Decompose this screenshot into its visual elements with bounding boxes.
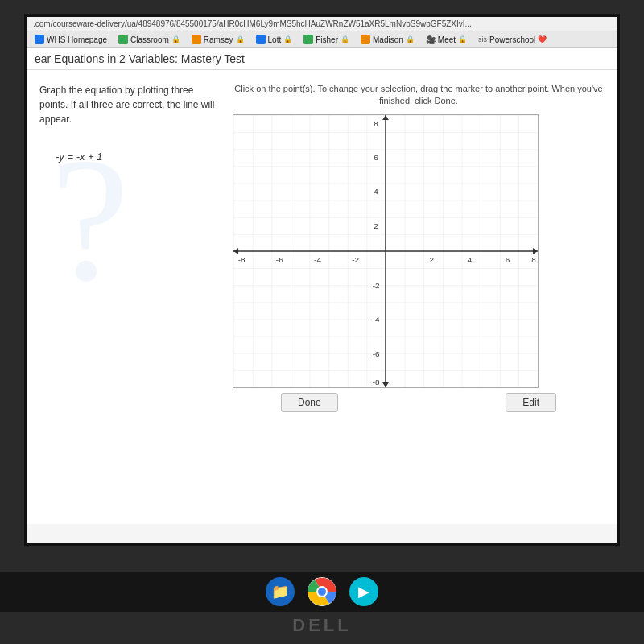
taskbar-chrome-icon[interactable] [308,577,336,606]
bookmark-ramsey[interactable]: Ramsey 🔒 [187,33,250,46]
svg-point-27 [318,588,326,596]
bookmark-classroom[interactable]: Classroom 🔒 [114,33,185,46]
bookmark-whs[interactable]: WHS Homepage [30,33,112,46]
dell-logo: DELL [292,615,351,636]
svg-text:6: 6 [506,255,510,264]
svg-text:8: 8 [374,119,378,128]
equation-display: -y = -x + 1 [56,151,217,163]
sis-label: sis [478,35,487,43]
click-instruction: Click on the point(s). To change your se… [233,83,605,108]
svg-text:-4: -4 [373,315,380,324]
svg-text:-6: -6 [276,255,283,264]
main-content: ? Graph the equation by plotting three p… [27,70,617,524]
graph-svg[interactable]: -8 -6 -4 -2 2 4 6 8 [233,115,538,387]
bookmark-powerschool[interactable]: sis Powerschool ❤️ [473,34,551,46]
bookmark-madison[interactable]: Madison 🔒 [356,33,419,46]
taskbar: 📁 ▶ [0,572,644,612]
bookmark-meet[interactable]: 🎥 Meet 🔒 [421,34,472,46]
left-panel: Graph the equation by plotting three poi… [39,83,217,412]
svg-text:-8: -8 [373,378,380,386]
lott-icon [256,35,266,44]
bookmark-lott-label: Lott [268,35,282,44]
svg-text:4: 4 [468,255,473,264]
svg-text:-2: -2 [373,281,380,290]
bookmark-lott[interactable]: Lott 🔒 [251,33,298,46]
svg-text:4: 4 [374,187,378,196]
svg-text:6: 6 [374,153,378,162]
taskbar-files-icon[interactable]: 📁 [266,577,295,606]
graph-container[interactable]: -8 -6 -4 -2 2 4 6 8 [233,114,539,388]
instruction-text: Graph the equation by plotting three poi… [39,83,217,126]
bookmark-powerschool-label: Powerschool [489,35,535,44]
screen: .com/courseware-delivery/ua/48948976/845… [24,14,620,546]
svg-text:2: 2 [374,221,378,229]
bookmark-classroom-label: Classroom [130,35,169,44]
question-area: Graph the equation by plotting three poi… [39,83,605,412]
svg-text:8: 8 [531,255,536,264]
fisher-icon [303,35,313,44]
whs-icon [35,35,44,44]
bookmark-ramsey-label: Ramsey [204,35,233,44]
url-bar: .com/courseware-delivery/ua/48948976/845… [27,17,617,31]
graph-buttons: Done Edit [233,393,605,412]
bookmark-fisher[interactable]: Fisher 🔒 [299,33,354,46]
page-title-bar: ear Equations in 2 Variables: Mastery Te… [27,48,617,70]
bookmark-meet-label: Meet [438,35,456,44]
bookmark-madison-label: Madison [373,35,403,44]
bookmark-bar: WHS Homepage Classroom 🔒 Ramsey 🔒 Lott 🔒… [27,31,617,48]
svg-text:-4: -4 [314,255,321,264]
url-text: .com/courseware-delivery/ua/48948976/845… [33,19,472,28]
bookmark-whs-label: WHS Homepage [47,35,107,44]
svg-text:2: 2 [429,255,434,264]
bookmark-fisher-label: Fisher [316,35,338,44]
svg-text:-6: -6 [373,349,380,358]
meet-icon: 🎥 [426,35,436,44]
laptop-outer: .com/courseware-delivery/ua/48948976/845… [0,0,644,644]
page-title: ear Equations in 2 Variables: Mastery Te… [35,52,245,65]
done-button[interactable]: Done [281,393,338,412]
madison-icon [361,35,370,44]
classroom-icon [118,35,128,44]
svg-text:-2: -2 [352,255,359,264]
taskbar-play-icon[interactable]: ▶ [349,577,378,606]
svg-text:-8: -8 [238,255,246,264]
right-panel: Click on the point(s). To change your se… [233,83,605,412]
edit-button[interactable]: Edit [506,393,556,412]
ramsey-icon [192,35,201,44]
